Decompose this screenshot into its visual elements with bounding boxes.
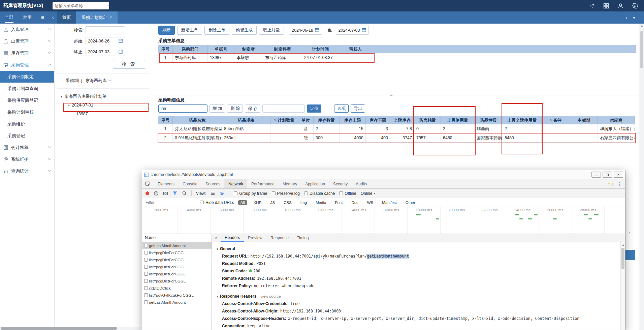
tab-home[interactable]: 首页: [57, 11, 76, 24]
filter-type-ws[interactable]: WS: [365, 200, 376, 205]
scroll-up-icon[interactable]: ▲: [639, 24, 644, 27]
checkbox[interactable]: [144, 258, 148, 262]
request-item[interactable]: getLastMonthAmount: [142, 242, 212, 249]
col-header[interactable]: 供应商: [598, 116, 635, 124]
menu-search-input[interactable]: [53, 2, 109, 9]
console-warning-indicator[interactable]: ⚠1: [607, 182, 614, 186]
tab-headers[interactable]: Headers: [221, 234, 244, 242]
col-header[interactable]: 库存上限: [340, 116, 366, 124]
col-header[interactable]: 上月使用量: [441, 116, 475, 124]
tab-all[interactable]: 全部: [0, 11, 18, 24]
filter-type-img[interactable]: Img: [298, 200, 309, 205]
col-header[interactable]: 单位: [298, 116, 314, 124]
inspect-element-icon[interactable]: [142, 179, 154, 188]
checkbox[interactable]: [144, 286, 148, 290]
scrollbar-thumb[interactable]: [640, 31, 643, 68]
search-icon[interactable]: [182, 191, 187, 196]
checkbox[interactable]: [144, 279, 148, 283]
tab-application[interactable]: Application: [301, 179, 329, 188]
sidebar-item-purchase-register[interactable]: 采购登记: [0, 130, 54, 142]
checkbox[interactable]: [144, 265, 148, 269]
date-from-input[interactable]: 2024-06-18: [289, 26, 322, 35]
take-last-month-button[interactable]: 取上月量: [259, 26, 284, 35]
request-list-header[interactable]: Name: [142, 234, 212, 242]
sidebar-item-purchase-plan-query[interactable]: 采购计划单查询: [0, 83, 54, 94]
detail-second-input[interactable]: [262, 104, 305, 113]
checkbox[interactable]: [200, 201, 204, 204]
col-header[interactable]: 上月全院使用量: [503, 116, 542, 124]
checkbox[interactable]: [339, 191, 343, 195]
add-master-button[interactable]: 新增主单: [177, 26, 202, 35]
request-item[interactable]: listYpqyGyfKcqkForCGGL: [142, 292, 212, 299]
layout-grid-icon[interactable]: [603, 3, 609, 9]
filter-type-media[interactable]: Media: [313, 200, 328, 205]
col-header[interactable]: 全院库存: [390, 116, 414, 124]
horizontal-scrollbar[interactable]: [0, 327, 142, 330]
search-field[interactable]: [88, 28, 123, 33]
col-header[interactable]: 库存数量: [314, 116, 340, 124]
tab-response[interactable]: Response: [266, 234, 293, 242]
tab-audits[interactable]: Audits: [352, 179, 371, 188]
date-to-input[interactable]: 2024-07-03: [336, 26, 369, 35]
col-header[interactable]: 序号: [158, 45, 173, 53]
close-detail-icon[interactable]: ×: [212, 234, 221, 242]
screenshot-icon[interactable]: [163, 191, 168, 196]
col-header[interactable]: 制定者: [234, 45, 263, 53]
disable-cache-checkbox[interactable]: Disable cache: [304, 191, 335, 196]
checkbox[interactable]: [272, 191, 276, 195]
request-item[interactable]: listYpcgDictForCGGL: [142, 263, 212, 270]
hide-data-urls-checkbox[interactable]: Hide data URLs: [200, 200, 234, 205]
checkbox[interactable]: [234, 191, 237, 195]
view-list-icon[interactable]: [210, 191, 215, 196]
filter-funnel-icon[interactable]: [172, 191, 178, 196]
request-item[interactable]: listYpcgDictForCGGL: [142, 249, 212, 256]
tree-expand-icon[interactable]: ▾: [68, 103, 70, 107]
sidebar-item-purchase-plan-audit[interactable]: 采购计划审核: [0, 106, 54, 118]
checkbox[interactable]: [304, 191, 308, 195]
master-row[interactable]: 1 东海西药库 13987 李毅敏 东海西药库 24-07-01 08:37: [158, 53, 636, 62]
detail-row[interactable]: 1 芬太尼贴剂(多瑞吉骨架型) 8.4mg*5贴 盒 2 15 3 7.8 0 …: [158, 124, 636, 133]
network-filter-input[interactable]: [146, 200, 196, 205]
send-icon[interactable]: [588, 3, 594, 9]
filter-type-other[interactable]: Other: [403, 200, 418, 205]
tree-root[interactable]: ▾东海西药库采购计划单: [61, 92, 152, 101]
tab-sources[interactable]: Sources: [201, 179, 224, 188]
tab-console[interactable]: Console: [179, 179, 201, 188]
filter-type-js[interactable]: JS: [268, 200, 277, 205]
headers-scrollbar[interactable]: ▲: [620, 242, 625, 330]
tab-performance[interactable]: Performance: [247, 179, 279, 188]
view-timeline-icon[interactable]: [220, 191, 225, 196]
tab-common[interactable]: 常用: [18, 11, 36, 24]
request-item[interactable]: getLastMonthAmount: [142, 299, 212, 306]
delete-row-button[interactable]: 删 除: [227, 104, 243, 113]
group-by-frame-checkbox[interactable]: Group by frame: [234, 191, 267, 196]
sidebar-item-purchase-plan-make[interactable]: 采购计划制定: [0, 71, 54, 83]
sidebar-item-accounting[interactable]: 会计核算: [0, 142, 54, 153]
checkbox[interactable]: [144, 244, 148, 247]
checkbox[interactable]: [144, 293, 148, 297]
locate-button[interactable]: 定位: [307, 104, 321, 113]
tab-forward-icon[interactable]: ›: [626, 15, 627, 20]
menu-search-field[interactable]: [55, 3, 107, 8]
request-item[interactable]: listYpcgDictForCGGL: [142, 270, 212, 277]
filter-type-doc[interactable]: Doc: [349, 200, 360, 205]
tree-date[interactable]: ▾2024-07-01: [61, 101, 152, 110]
network-timeline[interactable]: 2000 ms 4000 ms 6000 ms 8000 ms 10000 ms…: [142, 207, 625, 234]
sidebar-item-outbound[interactable]: 出库管理: [0, 35, 54, 47]
col-header[interactable]: 采购部门: [173, 45, 208, 53]
tab-list-icon[interactable]: ▾: [633, 15, 635, 20]
sidebar-item-supplier-register[interactable]: 采购供应商登记: [0, 94, 54, 106]
col-header[interactable]: 库存下限: [366, 116, 390, 124]
col-header[interactable]: 中标期: [570, 116, 598, 124]
sidebar-item-purchase[interactable]: 采购管理: [0, 59, 54, 71]
sidebar-item-statistics[interactable]: 查询统计: [0, 165, 54, 177]
splitter-handle-icon[interactable]: ≡: [390, 92, 393, 97]
add-row-button[interactable]: 增 加: [210, 104, 225, 113]
col-header[interactable]: 药品规格: [222, 116, 270, 124]
sidebar-item-purchase-maintain[interactable]: 采购维护: [0, 118, 54, 130]
user-icon[interactable]: [617, 3, 623, 9]
col-header[interactable]: 药品名称: [173, 116, 222, 124]
search-button[interactable]: 搜 索: [113, 60, 145, 69]
hamburger-icon[interactable]: ≡: [41, 14, 44, 21]
scrollbar-thumb[interactable]: [1, 327, 117, 330]
